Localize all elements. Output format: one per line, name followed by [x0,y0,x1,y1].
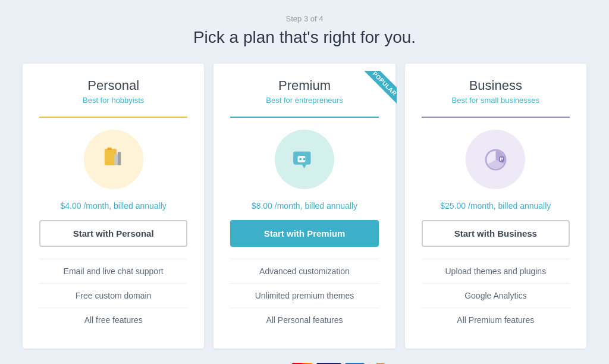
start-business-button[interactable]: Start with Business [422,220,570,247]
personal-icon [97,143,130,176]
business-feature-1: Upload themes and plugins [422,259,570,283]
premium-feature-1: Advanced customization [230,259,378,283]
personal-header: Personal Best for hobbyists [39,78,187,105]
svg-rect-12 [501,157,503,159]
popular-ribbon: POPULAR [355,71,397,112]
personal-tagline: Best for hobbyists [39,96,187,105]
svg-marker-8 [302,164,306,168]
svg-rect-11 [500,157,501,161]
svg-point-6 [300,158,302,160]
business-tagline: Best for small businesses [422,96,570,105]
page-wrapper: Step 3 of 4 Pick a plan that's right for… [0,0,609,364]
step-label: Step 3 of 4 [286,14,324,23]
premium-icon-circle [275,130,334,189]
plan-card-personal: Personal Best for hobbyists $4.00 /month… [23,64,204,349]
svg-rect-2 [114,154,118,165]
svg-point-7 [303,158,306,160]
business-plan-name: Business [422,78,570,93]
personal-plan-name: Personal [39,78,187,93]
start-premium-button[interactable]: Start with Premium [230,220,378,247]
premium-icon [288,143,321,176]
premium-features: Advanced customization Unlimited premium… [230,259,378,332]
business-header: Business Best for small businesses [422,78,570,105]
plan-card-business: Business Best for small businesses $25.0… [405,64,586,349]
personal-icon-circle [84,130,143,189]
personal-feature-1: Email and live chat support [39,259,187,283]
business-features: Upload themes and plugins Google Analyti… [422,259,570,332]
business-feature-3: All Premium features [422,307,570,332]
page-title: Pick a plan that's right for you. [193,28,416,47]
personal-divider [39,117,187,118]
personal-feature-2: Free custom domain [39,283,187,307]
svg-rect-1 [108,148,112,150]
personal-features: Email and live chat support Free custom … [39,259,187,332]
premium-divider [230,117,378,118]
plan-card-premium: POPULAR Premium Best for entrepreneurs $… [214,64,395,349]
business-divider [422,117,570,118]
plans-container: Personal Best for hobbyists $4.00 /month… [18,64,591,349]
business-icon [479,143,512,176]
start-personal-button[interactable]: Start with Personal [39,220,187,247]
premium-feature-3: All Personal features [230,307,378,332]
premium-feature-2: Unlimited premium themes [230,283,378,307]
svg-rect-3 [118,152,121,165]
premium-price: $8.00 /month, billed annually [252,201,357,211]
business-icon-circle [466,130,525,189]
popular-ribbon-label: POPULAR [364,71,397,105]
personal-feature-3: All free features [39,307,187,332]
personal-price: $4.00 /month, billed annually [61,201,167,211]
business-feature-2: Google Analytics [422,283,570,307]
business-price: $25.00 /month, billed annually [440,201,551,211]
